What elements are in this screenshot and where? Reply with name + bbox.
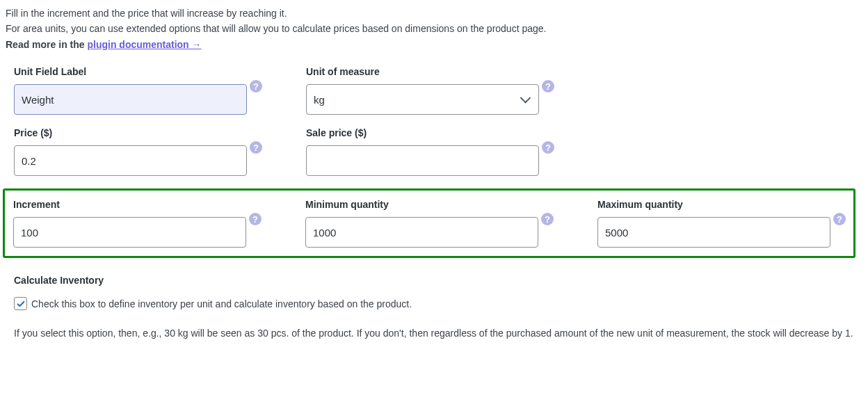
unit-of-measure-field: Unit of measure kg ? bbox=[306, 66, 539, 115]
help-icon[interactable]: ? bbox=[250, 80, 262, 92]
maximum-quantity-input[interactable] bbox=[597, 217, 830, 248]
calculate-inventory-checkbox-label: Check this box to define inventory per u… bbox=[31, 298, 412, 309]
sale-price-label: Sale price ($) bbox=[306, 127, 539, 138]
highlighted-row: Increment ? Minimum quantity ? Maximum q… bbox=[3, 188, 855, 258]
intro-line2: For area units, you can use extended opt… bbox=[6, 23, 546, 34]
minimum-quantity-input[interactable] bbox=[305, 217, 538, 248]
increment-input[interactable] bbox=[13, 217, 246, 248]
maximum-quantity-label: Maximum quantity bbox=[597, 199, 830, 210]
inventory-note: If you select this option, then, e.g., 3… bbox=[14, 325, 855, 342]
calculate-inventory-title: Calculate Inventory bbox=[14, 275, 862, 286]
sale-price-field: Sale price ($) ? bbox=[306, 127, 539, 176]
help-icon[interactable]: ? bbox=[249, 213, 262, 225]
intro-line1: Fill in the increment and the price that… bbox=[6, 8, 287, 19]
calculate-inventory-checkbox[interactable] bbox=[14, 297, 27, 310]
unit-of-measure-select[interactable]: kg bbox=[306, 84, 539, 115]
maximum-quantity-field: Maximum quantity ? bbox=[597, 199, 830, 248]
plugin-documentation-link[interactable]: plugin documentation → bbox=[87, 39, 201, 50]
help-icon[interactable]: ? bbox=[833, 213, 846, 225]
unit-field-label-field: Unit Field Label ? bbox=[14, 66, 247, 115]
sale-price-input[interactable] bbox=[306, 145, 539, 176]
price-label: Price ($) bbox=[14, 127, 247, 138]
help-icon[interactable]: ? bbox=[250, 141, 262, 154]
price-input[interactable] bbox=[14, 145, 247, 176]
unit-field-label-label: Unit Field Label bbox=[14, 66, 247, 77]
unit-field-label-input[interactable] bbox=[14, 84, 247, 115]
increment-label: Increment bbox=[13, 199, 246, 210]
check-icon bbox=[16, 299, 26, 309]
help-icon[interactable]: ? bbox=[541, 213, 554, 225]
readmore-prefix: Read more in the bbox=[6, 39, 87, 50]
intro-text: Fill in the increment and the price that… bbox=[6, 6, 862, 52]
help-icon[interactable]: ? bbox=[542, 141, 554, 154]
minimum-quantity-field: Minimum quantity ? bbox=[305, 199, 538, 248]
unit-of-measure-label: Unit of measure bbox=[306, 66, 539, 77]
increment-field: Increment ? bbox=[13, 199, 246, 248]
help-icon[interactable]: ? bbox=[542, 80, 554, 92]
price-field: Price ($) ? bbox=[14, 127, 247, 176]
minimum-quantity-label: Minimum quantity bbox=[305, 199, 538, 210]
